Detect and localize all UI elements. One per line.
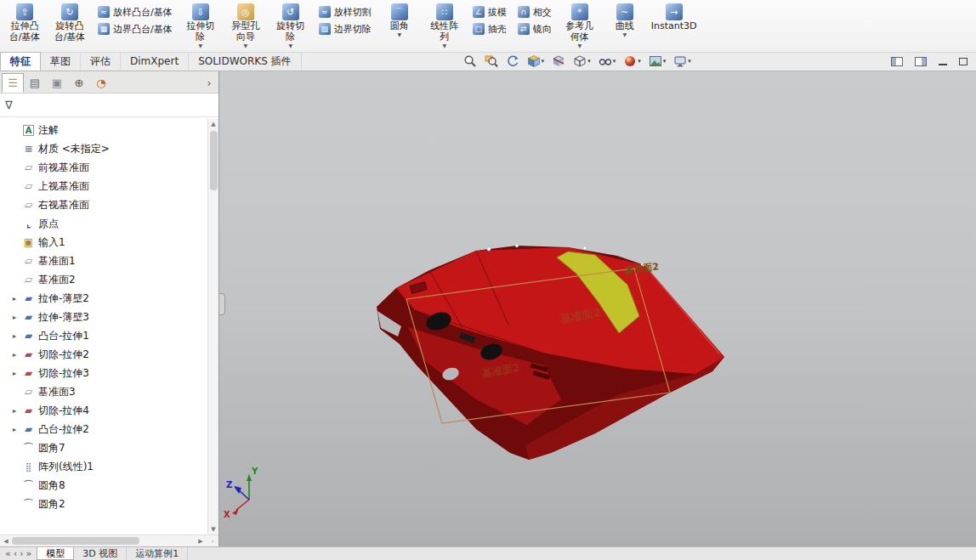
dropdown-caret-icon[interactable]: ▼ xyxy=(577,42,582,48)
tree-item[interactable]: 前视基准面 xyxy=(5,158,207,177)
ribbon-button-mirror[interactable]: 镜向 xyxy=(514,21,556,37)
tree-item[interactable]: 基准面2 xyxy=(5,270,207,289)
tab-model[interactable]: 模型 xyxy=(37,547,74,560)
dropdown-caret-icon[interactable]: ▾ xyxy=(663,58,667,65)
tree-item[interactable]: 圆角7 xyxy=(5,438,207,457)
ribbon-button-extrude-cut[interactable]: 拉伸切 除 ▼ xyxy=(179,2,222,52)
tree-item[interactable]: 阵列(线性)1 xyxy=(5,457,207,476)
dropdown-caret-icon[interactable]: ▼ xyxy=(442,42,446,48)
ribbon-button-shell[interactable]: 抽壳 xyxy=(468,21,511,37)
expand-arrow-icon[interactable]: ▸ xyxy=(10,332,19,340)
expand-panel-chevron-icon[interactable]: › xyxy=(201,73,217,93)
scroll-left-icon[interactable]: ◀ xyxy=(0,538,12,545)
dropdown-caret-icon[interactable]: ▼ xyxy=(198,42,202,48)
expand-arrow-icon[interactable]: ▸ xyxy=(10,295,19,303)
edit-appearance-icon[interactable]: ▾ xyxy=(623,54,641,68)
ribbon-button-revolve-boss[interactable]: 旋转凸 台/基体 xyxy=(48,2,91,52)
dropdown-caret-icon[interactable]: ▾ xyxy=(587,58,591,65)
scrollbar-thumb[interactable] xyxy=(12,537,139,545)
ribbon-button-loft-cut[interactable]: 放样切割 xyxy=(315,4,376,20)
tree-item[interactable]: 基准面3 xyxy=(5,382,207,401)
minimize-icon[interactable] xyxy=(939,64,947,65)
tree-item[interactable]: ▸ 拉伸-薄壁3 xyxy=(5,308,207,326)
view-orientation-icon[interactable]: ▾ xyxy=(527,54,545,68)
dropdown-caret-icon[interactable]: ▾ xyxy=(638,58,641,65)
dropdown-caret-icon[interactable]: ▾ xyxy=(613,58,616,65)
section-view-icon[interactable] xyxy=(552,54,565,68)
dropdown-caret-icon[interactable]: ▼ xyxy=(622,31,627,37)
tree-item[interactable]: 基准面1 xyxy=(5,252,207,270)
dropdown-caret-icon[interactable]: ▾ xyxy=(688,58,691,65)
tabs-scroll-left-icon[interactable]: ‹ xyxy=(14,548,17,559)
view-settings-icon[interactable]: ▾ xyxy=(673,54,691,68)
tabs-scroll-start-icon[interactable]: « xyxy=(5,548,11,559)
tree-item[interactable]: 圆角2 xyxy=(5,495,207,513)
ribbon-button-fillet[interactable]: 圆角 ▼ xyxy=(378,2,421,52)
collapse-left-pane-icon[interactable] xyxy=(891,57,903,66)
graphics-viewport[interactable]: 基准面2 基准面2 基准面2 Y Z X xyxy=(219,71,976,546)
tree-item[interactable]: 圆角8 xyxy=(5,476,207,495)
dropdown-caret-icon[interactable]: ▼ xyxy=(397,31,401,37)
tab-motion-study-1[interactable]: 运动算例1 xyxy=(127,547,188,560)
previous-view-icon[interactable] xyxy=(506,54,519,68)
expand-arrow-icon[interactable]: ▸ xyxy=(10,426,19,433)
ribbon-button-curves[interactable]: 曲线 ▼ xyxy=(604,2,646,52)
ribbon-button-intersect[interactable]: 相交 xyxy=(514,4,556,20)
tabs-scroll-right-icon[interactable]: › xyxy=(20,548,23,559)
maximize-icon[interactable] xyxy=(959,58,967,65)
tab-features[interactable]: 特征 xyxy=(0,52,41,71)
ribbon-button-extrude-boss[interactable]: 拉伸凸 台/基体 xyxy=(3,2,46,52)
tree-item[interactable]: ▸ 凸台-拉伸2 xyxy=(5,420,207,438)
zoom-fit-icon[interactable] xyxy=(463,54,477,68)
tree-item[interactable]: 注解 xyxy=(5,121,207,139)
collapse-right-pane-icon[interactable] xyxy=(915,57,927,66)
tab-sketch[interactable]: 草图 xyxy=(41,52,81,71)
tree-item[interactable]: 右视基准面 xyxy=(5,195,207,214)
apply-scene-icon[interactable]: ▾ xyxy=(649,54,667,68)
tree-item[interactable]: 上视基准面 xyxy=(5,177,207,195)
expand-arrow-icon[interactable]: ▸ xyxy=(10,370,19,377)
tree-item[interactable]: ▸ 拉伸-薄壁2 xyxy=(5,289,207,308)
zoom-area-icon[interactable] xyxy=(485,54,498,68)
expand-arrow-icon[interactable]: ▸ xyxy=(10,314,19,321)
tree-item[interactable]: 材质 <未指定> xyxy=(5,139,207,158)
tree-item[interactable]: ▸ 切除-拉伸3 xyxy=(5,364,207,382)
ribbon-button-hole-wizard[interactable]: 异型孔 向导 ▼ xyxy=(224,2,267,52)
tree-item[interactable]: ▸ 切除-拉伸4 xyxy=(5,401,207,420)
tree-item[interactable]: ▸ 切除-拉伸2 xyxy=(5,345,207,364)
displaymanager-tab-icon[interactable]: ◔ xyxy=(90,73,112,93)
ribbon-button-reference-geometry[interactable]: 参考几 何体 ▼ xyxy=(559,2,601,52)
ribbon-button-boundary-boss[interactable]: 边界凸台/基体 xyxy=(94,21,177,37)
tree-expand-chevron-icon[interactable]: › xyxy=(207,538,218,545)
dropdown-caret-icon[interactable]: ▼ xyxy=(288,42,292,48)
hide-show-items-icon[interactable]: ▾ xyxy=(599,54,616,68)
ribbon-button-revolve-cut[interactable]: 旋转切 除 ▼ xyxy=(270,2,312,52)
ribbon-button-instant3d[interactable]: Instant3D xyxy=(649,2,700,52)
tree-item[interactable]: ▸ 凸台-拉伸1 xyxy=(5,326,207,345)
tab-3d-views[interactable]: 3D 视图 xyxy=(74,547,127,560)
tree-filter-bar[interactable]: ∇ xyxy=(0,93,218,117)
ribbon-button-loft-boss[interactable]: 放样凸台/基体 xyxy=(94,4,177,20)
display-style-icon[interactable]: ▾ xyxy=(573,54,591,68)
scroll-up-icon[interactable]: ▲ xyxy=(211,119,215,129)
dropdown-caret-icon[interactable]: ▾ xyxy=(542,58,545,65)
propertymanager-tab-icon[interactable]: ▤ xyxy=(24,73,46,93)
scrollbar-thumb[interactable] xyxy=(210,131,218,190)
ribbon-button-linear-pattern[interactable]: 线性阵 列 ▼ xyxy=(423,2,466,52)
tree-item[interactable]: 原点 xyxy=(5,214,207,233)
expand-arrow-icon[interactable]: ▸ xyxy=(10,407,19,415)
tab-solidworks-addins[interactable]: SOLIDWORKS 插件 xyxy=(189,52,301,71)
tab-evaluate[interactable]: 评估 xyxy=(81,52,121,71)
dimxpertmanager-tab-icon[interactable]: ⊕ xyxy=(68,73,90,93)
scroll-down-icon[interactable]: ▼ xyxy=(211,524,215,535)
tree-horizontal-scrollbar[interactable]: ◀ ▶ › xyxy=(0,535,218,546)
ribbon-button-draft[interactable]: 拔模 xyxy=(468,4,511,20)
panel-splitter-handle[interactable] xyxy=(219,293,225,315)
configurationmanager-tab-icon[interactable]: ▣ xyxy=(46,73,68,93)
tree-item[interactable]: 输入1 xyxy=(5,233,207,252)
dropdown-caret-icon[interactable]: ▼ xyxy=(243,42,247,48)
tree-vertical-scrollbar[interactable]: ▲ ▼ xyxy=(207,119,218,535)
expand-arrow-icon[interactable]: ▸ xyxy=(10,351,19,359)
featuremanager-tab-icon[interactable]: ☰ xyxy=(2,73,24,93)
ribbon-button-boundary-cut[interactable]: 边界切除 xyxy=(315,21,376,37)
